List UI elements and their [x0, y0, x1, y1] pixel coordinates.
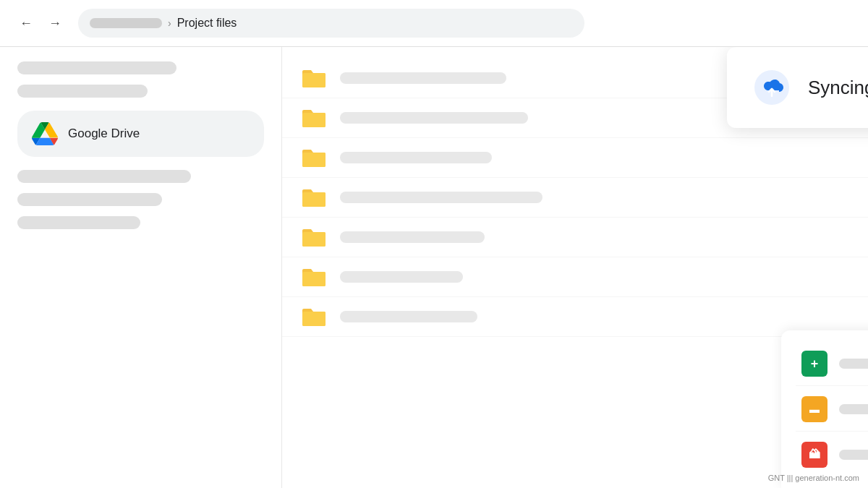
- back-button[interactable]: ←: [14, 12, 38, 35]
- nav-buttons: ← →: [14, 12, 67, 35]
- file-row[interactable]: [282, 138, 868, 178]
- file-name-placeholder: [340, 231, 485, 243]
- photos-file-name: [839, 450, 868, 460]
- folder-icon: [302, 188, 326, 207]
- folder-icon: [302, 228, 326, 247]
- folder-icon: [302, 69, 326, 87]
- slides-icon-symbol: ▬: [809, 403, 820, 415]
- file-name-placeholder: [340, 271, 463, 283]
- content-area: Syncing new changes + ▬: [282, 47, 868, 488]
- slides-file-name: [839, 404, 868, 414]
- main-area: Google Drive: [0, 47, 868, 488]
- folder-icon: [302, 267, 326, 286]
- file-name-placeholder: [340, 112, 528, 124]
- file-name-placeholder: [340, 152, 492, 163]
- folder-icon: [302, 108, 326, 127]
- file-name-placeholder: [340, 311, 477, 322]
- panel-file-row-slides[interactable]: ▬: [796, 388, 868, 432]
- forward-button[interactable]: →: [43, 12, 67, 35]
- sheets-icon-symbol: +: [811, 356, 819, 372]
- photos-icon: 🏔: [801, 442, 827, 468]
- bottom-panel: + ▬: [781, 330, 868, 488]
- panel-file-row-sheets[interactable]: +: [796, 342, 868, 386]
- folder-icon: [302, 148, 326, 167]
- file-row[interactable]: [282, 178, 868, 218]
- top-bar: ← → › Project files: [0, 0, 868, 47]
- sync-message: Syncing new changes: [808, 77, 868, 99]
- address-placeholder: [90, 18, 162, 28]
- address-bar[interactable]: › Project files: [78, 9, 584, 38]
- file-name-placeholder: [340, 192, 542, 203]
- sidebar-placeholder-3: [17, 170, 191, 183]
- sheets-file-name: [839, 359, 868, 369]
- file-row[interactable]: [282, 297, 868, 337]
- file-row[interactable]: [282, 218, 868, 257]
- sync-panel: Syncing new changes: [727, 47, 868, 128]
- panel-file-row-photos[interactable]: 🏔: [796, 433, 868, 476]
- sidebar-placeholder-5: [17, 216, 140, 229]
- folder-icon: [302, 307, 326, 326]
- sidebar: Google Drive: [0, 47, 282, 488]
- google-drive-icon: [32, 121, 58, 147]
- sheets-icon: +: [801, 351, 827, 377]
- sidebar-placeholder-1: [17, 61, 176, 74]
- slides-icon: ▬: [801, 396, 827, 422]
- photos-icon-symbol: 🏔: [809, 448, 820, 461]
- breadcrumb-separator: ›: [168, 17, 171, 29]
- sidebar-placeholder-2: [17, 85, 148, 98]
- watermark: GNT ||| generation-nt.com: [768, 474, 859, 482]
- sidebar-item-google-drive[interactable]: Google Drive: [17, 111, 264, 157]
- file-name-placeholder: [340, 72, 506, 84]
- sidebar-placeholder-4: [17, 193, 162, 206]
- breadcrumb-title: Project files: [177, 17, 237, 30]
- file-row[interactable]: [282, 257, 868, 297]
- cloud-upload-icon: [753, 69, 791, 106]
- google-drive-label: Google Drive: [68, 127, 140, 141]
